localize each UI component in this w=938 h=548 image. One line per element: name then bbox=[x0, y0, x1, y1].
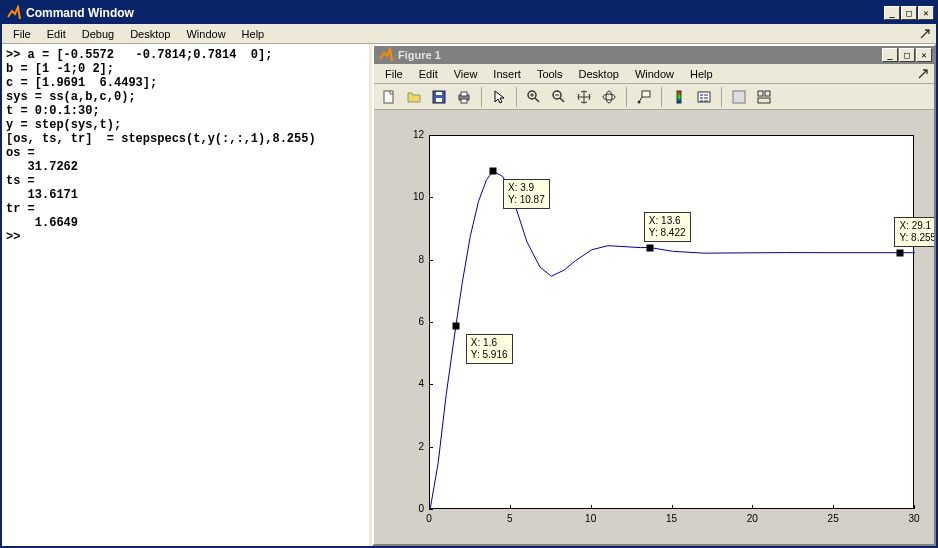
menu-edit[interactable]: Edit bbox=[40, 26, 73, 42]
x-tick: 30 bbox=[904, 513, 924, 524]
x-tick: 10 bbox=[581, 513, 601, 524]
y-tick: 8 bbox=[399, 254, 424, 265]
undock-icon[interactable] bbox=[918, 27, 932, 41]
figure-title: Figure 1 bbox=[398, 49, 441, 61]
rotate3d-icon[interactable] bbox=[598, 86, 620, 108]
fig-menu-tools[interactable]: Tools bbox=[530, 66, 570, 82]
y-tick: 2 bbox=[399, 441, 424, 452]
data-tip[interactable]: X: 13.6Y: 8.422 bbox=[644, 212, 691, 242]
fig-menu-view[interactable]: View bbox=[447, 66, 485, 82]
close-button[interactable]: ✕ bbox=[918, 6, 934, 20]
main-titlebar: Command Window _ □ ✕ bbox=[2, 2, 936, 24]
colorbar-icon[interactable] bbox=[668, 86, 690, 108]
legend-icon[interactable] bbox=[693, 86, 715, 108]
fig-maximize-button[interactable]: □ bbox=[899, 48, 915, 62]
y-tick: 6 bbox=[399, 316, 424, 327]
command-window-text[interactable]: >> a = [-0.5572 -0.7814;0.7814 0]; b = [… bbox=[2, 44, 372, 546]
pan-icon[interactable] bbox=[573, 86, 595, 108]
window-title: Command Window bbox=[26, 6, 134, 20]
figure-window: Figure 1 _ □ ✕ FileEditViewInsertToolsDe… bbox=[372, 44, 936, 546]
x-tick: 0 bbox=[419, 513, 439, 524]
fig-menu-window[interactable]: Window bbox=[628, 66, 681, 82]
new-file-icon[interactable] bbox=[378, 86, 400, 108]
data-marker[interactable] bbox=[646, 244, 653, 251]
data-cursor-icon[interactable] bbox=[633, 86, 655, 108]
menu-help[interactable]: Help bbox=[235, 26, 272, 42]
data-marker[interactable] bbox=[452, 322, 459, 329]
menu-file[interactable]: File bbox=[6, 26, 38, 42]
svg-rect-16 bbox=[758, 91, 763, 96]
svg-rect-17 bbox=[765, 91, 770, 96]
svg-point-10 bbox=[606, 91, 612, 103]
x-tick: 15 bbox=[662, 513, 682, 524]
x-tick: 20 bbox=[742, 513, 762, 524]
svg-point-12 bbox=[638, 100, 641, 103]
matlab-icon bbox=[6, 5, 22, 21]
open-file-icon[interactable] bbox=[403, 86, 425, 108]
data-marker[interactable] bbox=[490, 168, 497, 175]
save-icon[interactable] bbox=[428, 86, 450, 108]
svg-rect-18 bbox=[758, 98, 770, 103]
fig-close-button[interactable]: ✕ bbox=[916, 48, 932, 62]
menu-debug[interactable]: Debug bbox=[75, 26, 121, 42]
x-tick: 25 bbox=[823, 513, 843, 524]
minimize-button[interactable]: _ bbox=[884, 6, 900, 20]
maximize-button[interactable]: □ bbox=[901, 6, 917, 20]
zoom-out-icon[interactable] bbox=[548, 86, 570, 108]
fig-minimize-button[interactable]: _ bbox=[882, 48, 898, 62]
data-tip[interactable]: X: 1.6Y: 5.916 bbox=[466, 334, 513, 364]
y-tick: 12 bbox=[399, 129, 424, 140]
matlab-icon bbox=[378, 47, 394, 63]
fig-menu-insert[interactable]: Insert bbox=[486, 66, 528, 82]
main-menubar[interactable]: FileEditDebugDesktopWindowHelp bbox=[2, 24, 936, 44]
menu-desktop[interactable]: Desktop bbox=[123, 26, 177, 42]
fig-menu-desktop[interactable]: Desktop bbox=[572, 66, 626, 82]
y-tick: 10 bbox=[399, 191, 424, 202]
plot-canvas[interactable]: X: 1.6Y: 5.916X: 3.9Y: 10.87X: 13.6Y: 8.… bbox=[374, 110, 934, 544]
data-marker[interactable] bbox=[897, 249, 904, 256]
y-tick: 4 bbox=[399, 378, 424, 389]
figure-titlebar: Figure 1 _ □ ✕ bbox=[374, 46, 934, 64]
svg-rect-3 bbox=[436, 92, 442, 95]
svg-rect-11 bbox=[642, 91, 650, 97]
menu-window[interactable]: Window bbox=[179, 26, 232, 42]
print-icon[interactable] bbox=[453, 86, 475, 108]
svg-point-9 bbox=[603, 94, 615, 100]
data-tip[interactable]: X: 29.1Y: 8.255 bbox=[894, 217, 934, 247]
svg-rect-0 bbox=[384, 91, 393, 103]
svg-rect-6 bbox=[461, 99, 467, 103]
svg-rect-5 bbox=[461, 92, 467, 96]
zoom-in-icon[interactable] bbox=[523, 86, 545, 108]
fig-menu-edit[interactable]: Edit bbox=[412, 66, 445, 82]
svg-rect-13 bbox=[677, 91, 681, 103]
svg-rect-2 bbox=[436, 98, 442, 102]
x-tick: 5 bbox=[500, 513, 520, 524]
svg-rect-15 bbox=[733, 91, 745, 103]
figure-toolbar bbox=[374, 84, 934, 110]
data-tip[interactable]: X: 3.9Y: 10.87 bbox=[503, 179, 550, 209]
fig-undock-icon[interactable] bbox=[916, 67, 930, 81]
tile-icon[interactable] bbox=[753, 86, 775, 108]
fig-menu-file[interactable]: File bbox=[378, 66, 410, 82]
figure-menubar[interactable]: FileEditViewInsertToolsDesktopWindowHelp bbox=[374, 64, 934, 84]
link-axes-icon[interactable] bbox=[728, 86, 750, 108]
pointer-icon[interactable] bbox=[488, 86, 510, 108]
fig-menu-help[interactable]: Help bbox=[683, 66, 720, 82]
